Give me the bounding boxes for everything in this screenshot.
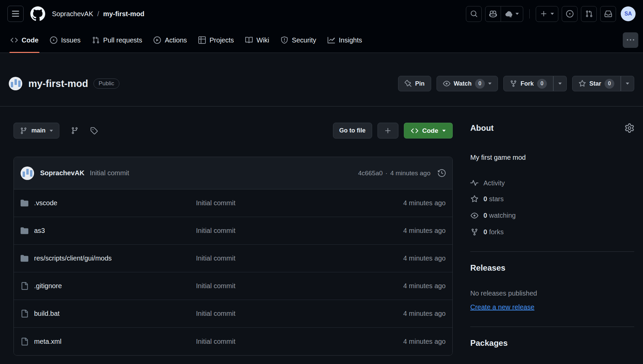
branch-name: main: [31, 127, 46, 134]
star-dropdown-button[interactable]: [621, 76, 634, 91]
file-commit-message-link[interactable]: Initial commit: [196, 254, 371, 262]
watching-count: 0: [483, 212, 487, 219]
branches-link[interactable]: [71, 127, 79, 134]
commit-author-avatar[interactable]: [21, 166, 34, 180]
file-name-link[interactable]: .gitignore: [34, 282, 62, 290]
tab-code[interactable]: Code: [5, 28, 44, 53]
create-release-link[interactable]: Create a new release: [470, 303, 534, 311]
fork-button[interactable]: Fork 0: [503, 76, 553, 91]
forks-link[interactable]: 0 forks: [470, 228, 634, 236]
pin-button[interactable]: Pin: [398, 76, 431, 91]
copilot-button[interactable]: [485, 6, 501, 22]
file-commit-message-link[interactable]: Initial commit: [196, 282, 371, 290]
inbox-button[interactable]: [600, 6, 616, 22]
code-icon: [411, 127, 418, 134]
user-avatar[interactable]: SA: [621, 6, 636, 21]
tab-label: Issues: [61, 36, 81, 44]
breadcrumb-repo-link[interactable]: my-first-mod: [103, 10, 144, 18]
tab-wiki[interactable]: Wiki: [240, 28, 275, 53]
chevron-down-icon: [626, 83, 629, 85]
commit-message-link[interactable]: Initial commit: [90, 169, 129, 177]
watch-button[interactable]: Watch 0: [437, 76, 498, 91]
folder-icon: [21, 199, 28, 207]
watch-label: Watch: [454, 80, 472, 87]
file-commit-message-link[interactable]: Initial commit: [196, 227, 371, 235]
fork-dropdown-button[interactable]: [553, 76, 567, 91]
global-header: SoprachevAK / my-first-mod: [0, 0, 643, 28]
fork-split-button: Fork 0: [503, 76, 567, 91]
breadcrumb-owner-link[interactable]: SoprachevAK: [52, 10, 93, 18]
commit-sha-link[interactable]: 4c665a0: [358, 170, 383, 177]
hamburger-menu-button[interactable]: [7, 6, 24, 22]
breadcrumb-separator: /: [97, 10, 99, 18]
activity-link[interactable]: Activity: [470, 179, 634, 187]
table-row[interactable]: .vscode Initial commit 4 minutes ago: [14, 189, 452, 217]
go-to-file-button[interactable]: Go to file: [333, 123, 372, 139]
tab-pull-requests[interactable]: Pull requests: [86, 28, 148, 53]
branch-selector[interactable]: main: [13, 123, 59, 139]
watching-link[interactable]: 0 watching: [470, 212, 634, 219]
table-row[interactable]: .gitignore Initial commit 4 minutes ago: [14, 272, 452, 300]
chevron-down-icon: [558, 83, 562, 85]
star-split-button: Star 0: [572, 76, 634, 91]
content-area: main Go to file Code: [0, 107, 643, 356]
stars-count: 0: [483, 195, 487, 203]
table-row[interactable]: as3 Initial commit 4 minutes ago: [14, 217, 452, 245]
add-file-button[interactable]: [378, 123, 398, 139]
file-name-link[interactable]: as3: [34, 227, 45, 235]
tab-issues[interactable]: Issues: [44, 28, 86, 53]
table-row[interactable]: meta.xml Initial commit 4 minutes ago: [14, 328, 452, 355]
tab-insights[interactable]: Insights: [322, 28, 368, 53]
git-branch-icon: [20, 127, 27, 134]
table-row[interactable]: build.bat Initial commit 4 minutes ago: [14, 300, 452, 328]
copilot-split-button: [485, 6, 523, 22]
commit-history-button[interactable]: [438, 169, 446, 177]
gear-icon: [625, 123, 634, 133]
releases-title: Releases: [470, 263, 634, 273]
file-commit-message-link[interactable]: Initial commit: [196, 338, 371, 345]
chevron-down-icon: [442, 130, 446, 132]
file-commit-message-link[interactable]: Initial commit: [196, 199, 371, 207]
fork-label: Fork: [521, 80, 534, 87]
file-name-link[interactable]: res/scripts/client/gui/mods: [34, 254, 112, 262]
chevron-down-icon: [488, 83, 492, 85]
commit-meta-separator: ·: [385, 170, 387, 177]
about-title: About: [470, 123, 494, 133]
tab-actions[interactable]: Actions: [148, 28, 193, 53]
stars-link[interactable]: 0 stars: [470, 195, 634, 203]
tab-label: Security: [292, 36, 316, 44]
star-icon: [579, 80, 586, 87]
copilot-agent-dropdown-button[interactable]: [501, 6, 523, 22]
code-dropdown-button[interactable]: Code: [404, 123, 453, 139]
folder-icon: [21, 254, 28, 262]
file-icon: [21, 310, 28, 317]
github-logo-icon[interactable]: [30, 6, 45, 21]
tag-icon: [90, 127, 98, 134]
tags-link[interactable]: [90, 127, 98, 134]
file-name-link[interactable]: meta.xml: [34, 338, 61, 345]
eye-icon: [470, 212, 478, 219]
graph-icon: [328, 36, 335, 44]
repo-description: My first game mod: [470, 154, 634, 161]
file-commit-message-link[interactable]: Initial commit: [196, 310, 371, 317]
pull-requests-button[interactable]: [581, 6, 597, 22]
create-new-dropdown-button[interactable]: [536, 6, 558, 22]
star-button[interactable]: Star 0: [572, 76, 621, 91]
search-button[interactable]: [466, 6, 482, 22]
repo-tab-nav: Code Issues Pull requests Actions Projec…: [0, 28, 643, 53]
commit-time: 4 minutes ago: [390, 170, 430, 177]
edit-repo-details-button[interactable]: [625, 123, 634, 133]
tab-security[interactable]: Security: [275, 28, 322, 53]
file-commit-time: 4 minutes ago: [371, 227, 446, 235]
header-actions: SA: [466, 6, 636, 22]
file-name-link[interactable]: build.bat: [34, 310, 60, 317]
repo-avatar: [9, 77, 22, 90]
table-row[interactable]: res/scripts/client/gui/mods Initial comm…: [14, 245, 452, 272]
tab-projects[interactable]: Projects: [193, 28, 240, 53]
tab-overflow-button[interactable]: [623, 32, 638, 48]
issues-button[interactable]: [562, 6, 578, 22]
commit-author-link[interactable]: SoprachevAK: [40, 169, 84, 177]
file-name-link[interactable]: .vscode: [34, 199, 57, 207]
copilot-icon: [489, 10, 497, 18]
tab-label: Code: [22, 36, 38, 44]
